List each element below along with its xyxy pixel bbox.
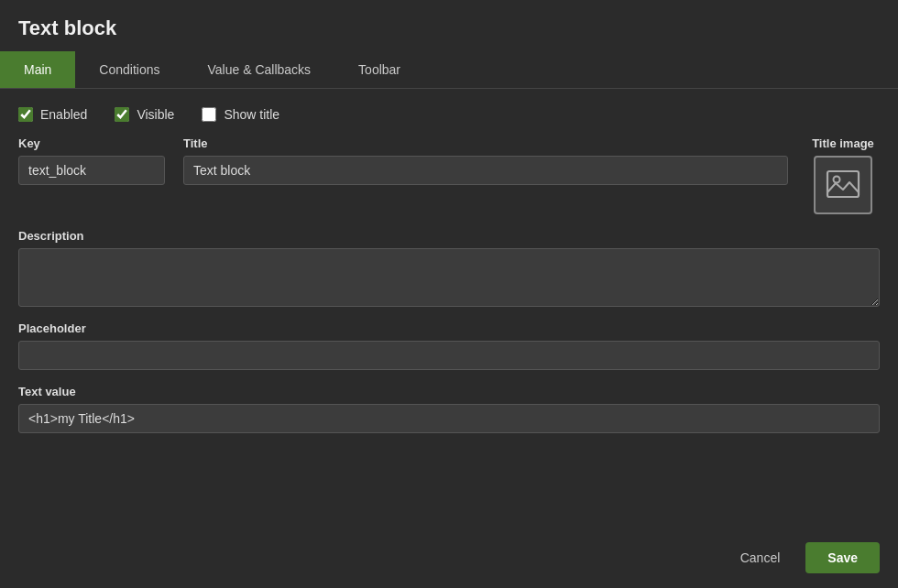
key-label: Key xyxy=(18,136,165,150)
description-section: Description xyxy=(18,229,880,307)
save-button[interactable]: Save xyxy=(805,542,880,573)
placeholder-label: Placeholder xyxy=(18,321,880,335)
description-label: Description xyxy=(18,229,880,243)
tab-value-callbacks[interactable]: Value & Callbacks xyxy=(184,51,335,88)
content-area: Enabled Visible Show title Key Title Tit… xyxy=(0,89,898,528)
show-title-checkbox[interactable] xyxy=(202,107,216,122)
title-image-field-group: Title image xyxy=(806,136,880,214)
tab-conditions[interactable]: Conditions xyxy=(75,51,183,88)
enabled-checkbox-label[interactable]: Enabled xyxy=(18,107,87,122)
visible-checkbox[interactable] xyxy=(115,107,129,122)
show-title-checkbox-label[interactable]: Show title xyxy=(202,107,279,122)
tabs-bar: Main Conditions Value & Callbacks Toolba… xyxy=(0,51,898,89)
title-label: Title xyxy=(183,136,788,150)
text-value-section: Text value xyxy=(18,385,880,433)
tab-main[interactable]: Main xyxy=(0,51,75,88)
fields-row: Key Title Title image xyxy=(18,136,880,214)
image-placeholder-icon xyxy=(825,167,861,203)
tab-toolbar[interactable]: Toolbar xyxy=(334,51,424,88)
title-field-group: Title xyxy=(183,136,788,185)
title-input[interactable] xyxy=(183,156,788,185)
page-title: Text block xyxy=(0,0,898,51)
placeholder-input[interactable] xyxy=(18,341,880,370)
text-value-label: Text value xyxy=(18,385,880,398)
enabled-label: Enabled xyxy=(40,107,87,122)
visible-label: Visible xyxy=(137,107,174,122)
show-title-label: Show title xyxy=(224,107,279,122)
cancel-button[interactable]: Cancel xyxy=(726,543,795,572)
description-input[interactable] xyxy=(18,248,880,307)
checkboxes-row: Enabled Visible Show title xyxy=(18,107,880,122)
title-image-button[interactable] xyxy=(814,156,872,214)
enabled-checkbox[interactable] xyxy=(18,107,33,122)
svg-rect-0 xyxy=(827,171,859,197)
key-input[interactable] xyxy=(18,156,165,185)
placeholder-section: Placeholder xyxy=(18,321,880,370)
footer-area: Cancel Save xyxy=(0,528,898,588)
visible-checkbox-label[interactable]: Visible xyxy=(115,107,174,122)
key-field-group: Key xyxy=(18,136,165,185)
text-value-input[interactable] xyxy=(18,404,880,433)
svg-point-1 xyxy=(834,177,840,183)
title-image-label: Title image xyxy=(812,136,874,150)
